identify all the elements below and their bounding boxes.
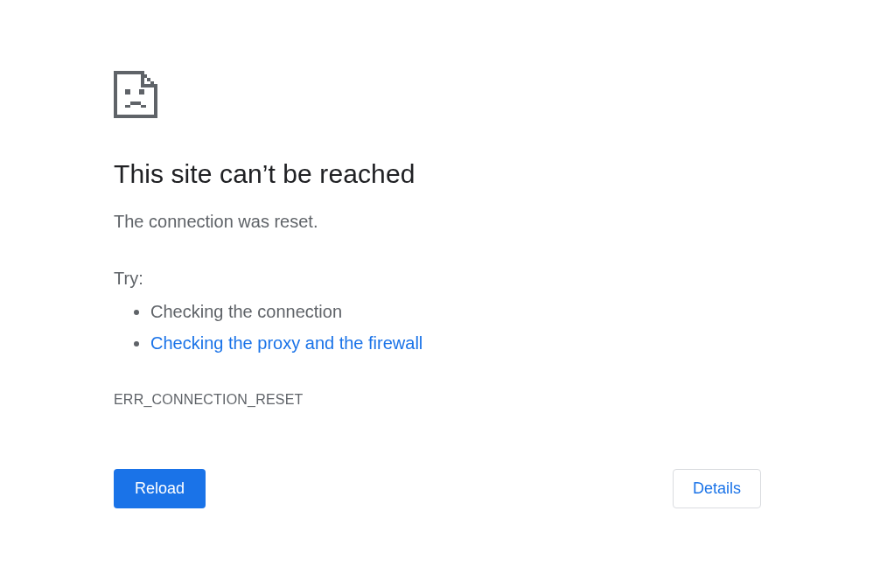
suggestion-link[interactable]: Checking the proxy and the firewall xyxy=(150,333,423,353)
svg-rect-12 xyxy=(130,102,141,105)
try-label: Try: xyxy=(114,269,647,289)
error-message: The connection was reset. xyxy=(114,212,647,232)
sad-file-icon xyxy=(114,70,647,119)
svg-rect-7 xyxy=(147,78,150,81)
svg-rect-1 xyxy=(114,71,117,118)
svg-rect-10 xyxy=(139,89,144,94)
svg-rect-8 xyxy=(150,81,154,85)
suggestion-item: Checking the connection xyxy=(150,296,647,327)
svg-rect-6 xyxy=(144,74,148,78)
error-code: ERR_CONNECTION_RESET xyxy=(114,392,647,408)
suggestion-item: Checking the proxy and the firewall xyxy=(150,327,647,359)
svg-rect-9 xyxy=(125,89,130,94)
svg-rect-4 xyxy=(141,71,144,86)
svg-rect-2 xyxy=(114,115,157,118)
action-bar: Reload Details xyxy=(114,469,761,508)
svg-rect-0 xyxy=(114,71,143,74)
page-title: This site can’t be reached xyxy=(114,159,647,189)
svg-rect-13 xyxy=(141,105,146,108)
svg-rect-11 xyxy=(125,105,130,108)
details-button[interactable]: Details xyxy=(673,469,761,508)
error-page: This site can’t be reached The connectio… xyxy=(0,0,647,508)
svg-rect-3 xyxy=(154,84,157,117)
suggestions-list: Checking the connection Checking the pro… xyxy=(114,296,647,359)
svg-rect-5 xyxy=(141,84,157,88)
reload-button[interactable]: Reload xyxy=(114,469,206,508)
suggestion-text: Checking the connection xyxy=(150,302,342,321)
